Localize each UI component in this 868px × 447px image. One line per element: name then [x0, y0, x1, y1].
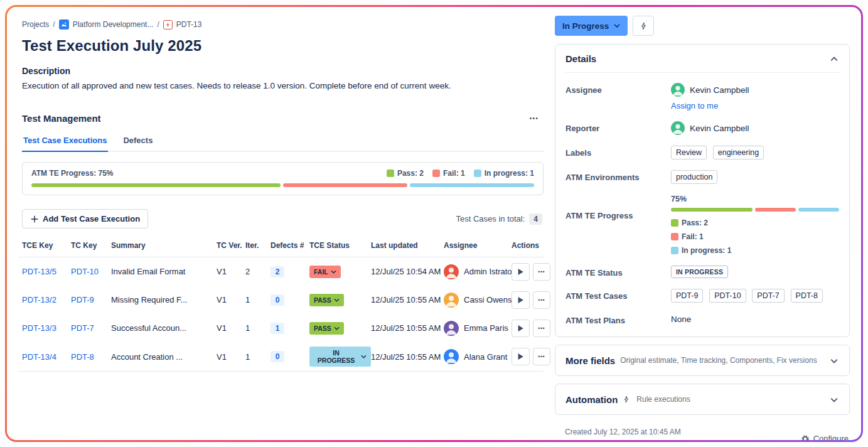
te-status-badge: IN PROGRESS [671, 266, 728, 278]
col-iter: Iter. [245, 241, 271, 250]
tce-table-header: TCE Key TC Key Summary TC Ver. Iter. Def… [18, 241, 544, 257]
assign-to-me-link[interactable]: Assign to me [671, 101, 718, 110]
tab-defects[interactable]: Defects [122, 136, 154, 152]
chevron-down-icon [361, 355, 367, 358]
more-fields-panel[interactable]: More fields Original estimate, Time trac… [555, 345, 850, 376]
defects-count-badge[interactable]: 0 [271, 294, 284, 306]
fail-swatch-icon [432, 170, 440, 177]
defects-count-badge[interactable]: 0 [271, 351, 284, 362]
details-panel: Details Assignee Kevin Campbell Assign t… [555, 44, 850, 337]
lightning-icon [640, 21, 648, 31]
chevron-down-icon [830, 397, 838, 402]
add-test-case-execution-button[interactable]: Add Test Case Execution [22, 209, 148, 229]
row-more-button[interactable]: ••• [533, 320, 551, 337]
col-tce-key: TCE Key [22, 241, 71, 250]
last-updated-cell: 12/Jul/25 10:55 AM [371, 352, 444, 362]
run-test-button[interactable] [512, 291, 530, 309]
tce-key-link[interactable]: PDT-13/5 [22, 267, 71, 276]
tc-key-link[interactable]: PDT-9 [71, 295, 111, 304]
tc-ver-cell: V1 [217, 267, 245, 276]
details-collapse-button[interactable] [829, 53, 839, 65]
test-case-chip[interactable]: PDT-9 [671, 289, 703, 303]
defects-count-badge[interactable]: 2 [271, 266, 284, 277]
progress-segment-fail [283, 183, 407, 187]
assignee-field-label: Assignee [565, 83, 671, 110]
details-heading: Details [565, 53, 596, 64]
tce-status-dropdown[interactable]: IN PROGRESS [309, 347, 371, 367]
tce-key-link[interactable]: PDT-13/4 [22, 352, 71, 362]
test-management-more-button[interactable]: ••• [525, 112, 542, 124]
chevron-down-icon [334, 298, 340, 302]
breadcrumb-projects-link[interactable]: Projects [22, 20, 49, 29]
automation-heading: Automation [565, 394, 618, 405]
row-more-button[interactable]: ••• [533, 348, 551, 365]
label-chip[interactable]: Review [671, 146, 707, 159]
tab-test-case-executions[interactable]: Test Case Executions [22, 136, 108, 152]
tce-key-link[interactable]: PDT-13/2 [22, 295, 71, 304]
play-icon [517, 325, 524, 332]
tce-key-link[interactable]: PDT-13/3 [22, 323, 71, 333]
description-heading: Description [22, 66, 544, 76]
run-test-button[interactable] [512, 348, 530, 365]
main-column: Projects / Platform Development... / PDT… [18, 16, 544, 431]
defects-count-badge[interactable]: 1 [271, 323, 284, 334]
tce-status-dropdown[interactable]: FAIL [309, 266, 341, 278]
iter-cell: 2 [245, 267, 271, 276]
updated-timestamp: Updated July 12, 2025 at 1:10 PM [565, 439, 681, 440]
environments-field-label: ATM Environments [565, 170, 671, 184]
run-test-button[interactable] [512, 263, 530, 281]
assignee-value: Kevin Campbell [690, 85, 749, 95]
breadcrumb-project-link[interactable]: Platform Development... [73, 20, 154, 29]
environment-chip[interactable]: production [671, 170, 717, 184]
test-case-chip[interactable]: PDT-8 [791, 289, 823, 303]
last-updated-cell: 12/Jul/25 10:55 AM [371, 323, 444, 333]
row-more-button[interactable]: ••• [533, 263, 551, 281]
summary-cell: Missing Required F... [111, 295, 217, 304]
tm-tabs: Test Case Executions Defects [22, 136, 544, 152]
tc-key-link[interactable]: PDT-10 [71, 267, 111, 276]
te-progress-card: ATM TE Progress: 75% Pass: 2 Fail: 1 In … [22, 162, 544, 195]
avatar [444, 264, 459, 279]
summary-cell: Account Creation ... [111, 352, 217, 362]
row-more-button[interactable]: ••• [533, 291, 551, 309]
last-updated-cell: 12/Jul/25 10:55 AM [371, 295, 444, 304]
issue-status-dropdown[interactable]: In Progress [555, 16, 628, 36]
tc-ver-cell: V1 [217, 352, 245, 362]
assignee-name: Emma Paris [464, 323, 508, 333]
tc-key-link[interactable]: PDT-7 [71, 323, 111, 333]
avatar [671, 121, 685, 135]
col-defects: Defects # [271, 241, 309, 250]
test-management-heading: Test Management [22, 113, 101, 124]
col-tc-ver: TC Ver. [217, 241, 245, 250]
col-assignee: Assignee [444, 241, 512, 250]
table-row: PDT-13/3 PDT-7 Successful Accoun... V1 1… [18, 314, 544, 342]
project-avatar-icon [59, 19, 69, 30]
tce-status-dropdown[interactable]: PASS [309, 294, 344, 306]
run-test-button[interactable] [512, 320, 530, 337]
summary-cell: Invalid Email Format [111, 267, 217, 276]
table-row: PDT-13/4 PDT-8 Account Creation ... V1 1… [18, 342, 544, 372]
more-fields-summary: Original estimate, Time tracking, Compon… [620, 356, 824, 365]
breadcrumb-issue-link[interactable]: PDT-13 [176, 20, 202, 29]
automation-panel[interactable]: Automation Rule executions [555, 384, 850, 415]
legend-inprogress: In progress: 1 [485, 169, 534, 178]
chevron-up-icon [830, 57, 838, 62]
test-case-chip[interactable]: PDT-7 [752, 289, 784, 303]
label-chip[interactable]: engineering [713, 146, 764, 159]
pass-swatch-icon [387, 170, 394, 177]
automation-bolt-button[interactable] [633, 16, 654, 36]
details-column: In Progress Details Assignee Kevin Campb… [555, 16, 850, 431]
configure-button[interactable]: Configure [801, 434, 849, 440]
more-fields-expand-button[interactable] [829, 353, 839, 367]
test-case-chip[interactable]: PDT-10 [709, 289, 746, 303]
automation-expand-button[interactable] [829, 392, 839, 406]
test-plans-value: None [671, 315, 691, 324]
avatar [444, 349, 459, 364]
play-icon [517, 268, 524, 276]
play-icon [517, 353, 524, 360]
description-text: Execution of all approved and new test c… [22, 81, 544, 90]
tce-status-dropdown[interactable]: PASS [309, 322, 344, 335]
tc-key-link[interactable]: PDT-8 [71, 352, 111, 362]
table-row: PDT-13/5 PDT-10 Invalid Email Format V1 … [18, 257, 544, 286]
reporter-field-label: Reporter [565, 121, 671, 135]
